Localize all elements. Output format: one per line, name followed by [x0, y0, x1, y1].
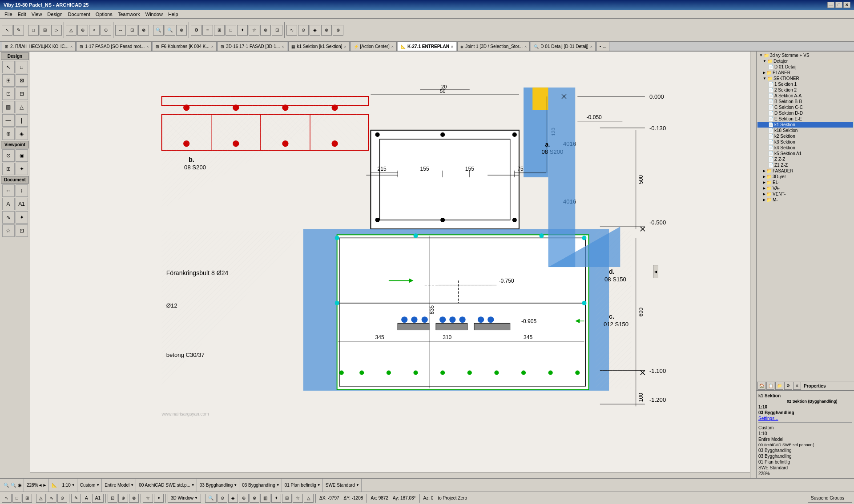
toolbar-tool22[interactable]: ⊡ — [272, 25, 282, 36]
bottom-cross-btn[interactable]: ⊕ — [118, 494, 128, 503]
toolbar-tool2[interactable]: □ — [28, 25, 39, 36]
tab-tab2[interactable]: ⊞1-17 FASAD [SO Fasad mot...× — [77, 42, 152, 51]
bottom-text2-btn[interactable]: A1 — [92, 494, 104, 503]
bottom-grid-btn[interactable]: ⊞ — [22, 494, 32, 503]
bottom-pencil-btn[interactable]: ✎ — [71, 494, 81, 503]
toolbar-tool18[interactable]: □ — [226, 25, 236, 36]
tab-close-button[interactable]: × — [70, 44, 73, 49]
zoom-arrow-left[interactable]: ◄ — [38, 483, 43, 488]
menu-item-design[interactable]: Design — [44, 11, 65, 17]
toolbar-tool21[interactable]: ⊕ — [260, 25, 271, 36]
tab-close-button[interactable]: × — [211, 44, 214, 49]
tree-item-fasader[interactable]: ▶ 📁 FASADER — [757, 168, 853, 174]
tree-item-sekB[interactable]: 📄 B Sektion B-B — [757, 99, 853, 104]
sidebar-tool-vp3[interactable]: ⊞ — [2, 163, 15, 175]
sidebar-tool-slab[interactable]: ▥ — [2, 101, 15, 113]
status-bygg2[interactable]: 03 Bygghandling ▼ — [240, 479, 282, 492]
menu-item-document[interactable]: Document — [65, 11, 93, 17]
toolbar-tool6[interactable]: ⊕ — [77, 25, 88, 36]
toolbar-tool15[interactable]: ⚙ — [191, 25, 201, 36]
panel-btn3[interactable]: 📁 — [775, 382, 783, 390]
bottom-tool-a[interactable]: 🔍 — [205, 494, 217, 503]
panel-btn2[interactable]: 📋 — [766, 382, 774, 390]
sidebar-tool-beam[interactable]: — — [2, 114, 15, 127]
tree-item-m[interactable]: ▶ 📁 M- — [757, 197, 853, 203]
bottom-tool-e[interactable]: ⊗ — [250, 494, 259, 503]
toolbar-tool14[interactable]: ⊕ — [176, 25, 187, 36]
menu-item-help[interactable]: Help — [165, 11, 181, 17]
view-icon[interactable]: 📐 — [52, 483, 57, 488]
tree-item-sekE[interactable]: 📄 E Sektion E-E — [757, 116, 853, 122]
bottom-tool-g[interactable]: ✦ — [271, 494, 281, 503]
sidebar-tool-door[interactable]: ⊡ — [2, 88, 15, 100]
menu-item-view[interactable]: View — [29, 11, 45, 17]
tree-item-planer[interactable]: ▶ 📁 PLANER — [757, 70, 853, 76]
settings-link[interactable]: Settings... — [758, 416, 778, 421]
toolbar-tool11[interactable]: ⊗ — [138, 25, 149, 36]
sidebar-tool-pic[interactable]: ⊡ — [16, 224, 28, 237]
sidebar-tool-line[interactable]: ∿ — [2, 211, 15, 224]
bottom-tool-b[interactable]: ⊙ — [218, 494, 227, 503]
tree-item-detajer[interactable]: ▼ 📁 Detajer — [757, 58, 853, 64]
horizontal-scrollbar[interactable] — [30, 472, 750, 478]
menu-item-file[interactable]: File — [2, 11, 15, 17]
toolbar-tool10[interactable]: ⊡ — [127, 25, 137, 36]
toolbar-tool20[interactable]: ☆ — [249, 25, 259, 36]
sidebar-tool-col2[interactable]: | — [16, 114, 28, 127]
menu-item-edit[interactable]: Edit — [15, 11, 29, 17]
zoom-arrow-right[interactable]: ► — [42, 483, 47, 488]
sidebar-tool-wall[interactable]: ⊞ — [2, 74, 15, 87]
bottom-arrow-btn[interactable]: ↖ — [2, 494, 12, 503]
tree-item-3dyer[interactable]: ▶ 📁 3D-yer — [757, 174, 853, 180]
tree-item-vent[interactable]: ▶ 📁 VENT- — [757, 191, 853, 197]
bottom-tool-f[interactable]: ▥ — [260, 494, 270, 503]
maximize-button[interactable]: □ — [835, 2, 842, 8]
status-model[interactable]: Entire Model ▼ — [103, 479, 136, 492]
toolbar-tool16[interactable]: ≡ — [202, 25, 213, 36]
bottom-wave-btn[interactable]: ∿ — [47, 494, 56, 503]
tree-item-k3sek[interactable]: 📄 k3 Sektion — [757, 139, 853, 145]
tree-item-sektioner[interactable]: ▼ 📁 SEKTIONER — [757, 76, 853, 81]
toolbar-tool26[interactable]: ⊕ — [321, 25, 332, 36]
toolbar-tool17[interactable]: ⊞ — [214, 25, 225, 36]
tree-item-d01[interactable]: 📄 D 01 Detaij — [757, 64, 853, 70]
tab-tab4[interactable]: ⊞3D-16 17-1 FASAD [3D-1...× — [218, 42, 287, 51]
bottom-tri-btn[interactable]: △ — [36, 494, 46, 503]
tab-tab8[interactable]: ◈Joint 1 [3D / Selection_Stor...× — [457, 42, 530, 51]
sidebar-tool-vp2[interactable]: ◉ — [16, 149, 28, 162]
bottom-tool-j[interactable]: △ — [304, 494, 314, 503]
toolbar-arrow[interactable]: ↖ — [2, 25, 12, 36]
status-bygg1[interactable]: 03 Bygghandling ▼ — [198, 479, 239, 492]
tree-item-sekC[interactable]: 📄 C Sektion C-C — [757, 104, 853, 110]
toolbar-tool25[interactable]: ◈ — [310, 25, 320, 36]
status-icon1[interactable]: 🔍 — [4, 483, 9, 488]
tree-item-zzz[interactable]: 📄 Z Z-Z — [757, 156, 853, 162]
toolbar-tool12[interactable]: 🔍 — [153, 25, 164, 36]
tree-item-sekA[interactable]: 📄 A Sektion A-A — [757, 93, 853, 99]
sidebar-tool-text2[interactable]: A1 — [16, 198, 28, 210]
toolbar-tool13[interactable]: 🔍 — [165, 25, 175, 36]
tab-tab7[interactable]: 📐K-27.1 ENTREPLAN× — [398, 42, 456, 51]
toolbar-tool27[interactable]: ⊗ — [333, 25, 343, 36]
tree-item-k18sek[interactable]: 📄 k18 Sektion — [757, 128, 853, 133]
status-custom[interactable]: Custom ▼ — [78, 479, 102, 492]
sidebar-tool-morph[interactable]: ◈ — [16, 128, 28, 140]
toolbar-tool19[interactable]: ✦ — [237, 25, 248, 36]
sidebar-tool-dim2[interactable]: ↕ — [16, 184, 28, 197]
status-icon2[interactable]: 🔍 — [11, 483, 16, 488]
bottom-star2-btn[interactable]: ✦ — [154, 494, 164, 503]
sidebar-tool-stair[interactable]: ⊕ — [2, 128, 15, 140]
status-scale[interactable]: 1:10 ▼ — [60, 479, 77, 492]
tree-item-el[interactable]: ▶ 📁 EL- — [757, 180, 853, 185]
bottom-tool-i[interactable]: ☆ — [293, 494, 303, 503]
toolbar-tool1[interactable]: ✎ — [13, 25, 24, 36]
panel-btn5[interactable]: ✕ — [793, 382, 801, 390]
toolbar-tool3[interactable]: ⊞ — [40, 25, 50, 36]
sidebar-tool-vp1[interactable]: ⊙ — [2, 149, 15, 162]
tab-close-button[interactable]: × — [524, 44, 527, 49]
suspend-groups-button[interactable]: Suspend Groups — [808, 494, 852, 503]
tree-item-sekD[interactable]: 📄 D Sektion D-D — [757, 110, 853, 116]
vertical-scrollbar[interactable] — [750, 52, 756, 478]
tab-close-button[interactable]: × — [146, 44, 149, 49]
sidebar-tool-fill[interactable]: ✦ — [16, 211, 28, 224]
